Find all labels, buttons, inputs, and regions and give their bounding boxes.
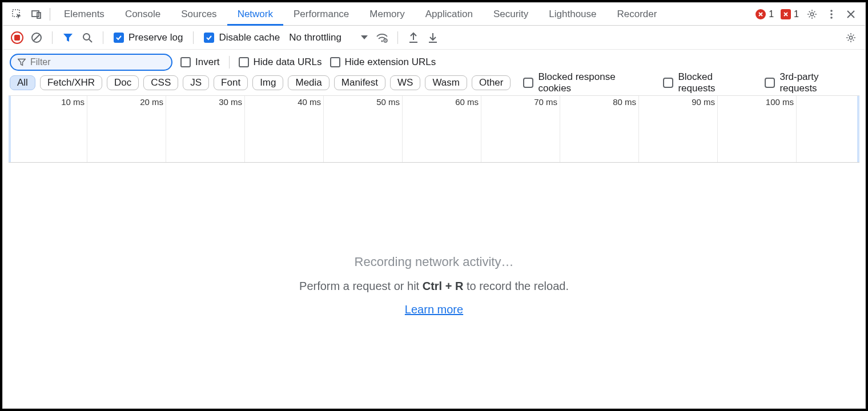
tab-label: Memory [369,9,404,20]
blocked-response-cookies-checkbox[interactable]: Blocked response cookies [523,71,650,94]
device-toolbar-icon[interactable] [27,5,46,24]
checkbox-label: Blocked requests [678,71,752,94]
timeline-tick: 70 ms [534,97,557,107]
svg-point-6 [830,17,833,19]
type-pill-fetch-xhr[interactable]: Fetch/XHR [40,75,102,90]
checkbox-label: Disable cache [219,32,280,43]
network-settings-icon[interactable] [842,29,859,46]
checkbox-label: 3rd-party requests [779,71,858,94]
timeline-tick: 30 ms [219,97,242,107]
tab-label: Recorder [617,9,657,20]
third-party-requests-checkbox[interactable]: 3rd-party requests [765,71,858,94]
dropdown-caret-icon [361,35,368,39]
svg-rect-1 [32,11,39,17]
timeline-tick: 50 ms [376,97,400,107]
tab-label: Performance [294,9,349,20]
network-toolbar: Preserve log Disable cache No throttling [3,26,865,50]
filter-input-wrapper[interactable] [10,54,172,71]
timeline-tick: 60 ms [455,97,479,107]
type-pill-img[interactable]: Img [252,75,283,90]
type-pill-other[interactable]: Other [472,75,511,90]
clear-icon[interactable] [28,29,45,46]
tab-label: Lighthouse [549,9,596,20]
import-har-icon[interactable] [405,29,422,46]
export-har-icon[interactable] [424,29,441,46]
type-pill-font[interactable]: Font [214,75,248,90]
checkbox-label: Preserve log [128,32,183,43]
svg-point-4 [830,10,833,12]
timeline-tick: 100 ms [766,97,794,107]
tab-lighthouse[interactable]: Lighthouse [539,3,606,25]
svg-point-10 [384,39,387,42]
tab-security[interactable]: Security [483,3,539,25]
checkbox-empty-icon [239,57,249,67]
issues-count[interactable]: 1 [781,9,799,19]
type-pill-js[interactable]: JS [183,75,209,90]
empty-hint-pre: Perform a request or hit [299,280,423,292]
learn-more-link[interactable]: Learn more [405,303,463,316]
checkbox-label: Hide extension URLs [345,57,436,68]
tab-label: Network [238,9,273,20]
preserve-log-checkbox[interactable]: Preserve log [114,32,183,43]
hide-data-urls-checkbox[interactable]: Hide data URLs [239,57,322,68]
invert-checkbox[interactable]: Invert [180,57,220,68]
throttling-select[interactable]: No throttling [289,32,368,43]
more-icon[interactable] [822,5,841,24]
settings-icon[interactable] [802,5,822,24]
hide-extension-urls-checkbox[interactable]: Hide extension URLs [330,57,436,68]
empty-heading: Recording network activity… [355,255,514,269]
record-button[interactable] [9,29,26,46]
inspect-element-icon[interactable] [7,5,27,24]
type-pill-ws[interactable]: WS [390,75,420,90]
checkbox-empty-icon [523,78,533,88]
timeline-tick: 90 ms [692,97,715,107]
timeline-grid: 10 ms 20 ms 30 ms 40 ms 50 ms 60 ms 70 m… [9,96,859,162]
tab-performance[interactable]: Performance [283,3,359,25]
type-pill-css[interactable]: CSS [143,75,178,90]
devtools-window: Elements Console Sources Network Perform… [2,2,866,409]
divider [397,31,398,44]
timeline-tick: 20 ms [140,97,163,107]
empty-state: Recording network activity… Perform a re… [3,163,865,408]
filter-input[interactable] [30,57,164,67]
checkbox-empty-icon [180,57,191,67]
funnel-icon [18,58,26,66]
type-pill-manifest[interactable]: Manifest [334,75,385,90]
error-count[interactable]: 1 [756,9,774,19]
empty-hint-post: to record the reload. [463,280,569,292]
divider [52,31,53,44]
checkbox-empty-icon [765,78,775,88]
svg-point-11 [849,36,852,39]
tab-memory[interactable]: Memory [359,3,415,25]
divider [229,56,230,68]
close-icon[interactable] [841,5,861,24]
blocked-requests-checkbox[interactable]: Blocked requests [663,71,752,94]
type-pill-all[interactable]: All [10,75,35,90]
network-conditions-icon[interactable] [373,29,391,46]
checkbox-label: Hide data URLs [254,57,322,68]
search-icon[interactable] [79,29,96,46]
timeline-tick: 80 ms [613,97,636,107]
type-pill-media[interactable]: Media [288,75,329,90]
tab-recorder[interactable]: Recorder [607,3,668,25]
tab-sources[interactable]: Sources [171,3,227,25]
type-pill-wasm[interactable]: Wasm [425,75,467,90]
tab-label: Application [425,9,473,20]
disable-cache-checkbox[interactable]: Disable cache [204,32,280,43]
svg-point-9 [381,40,383,42]
tab-console[interactable]: Console [115,3,171,25]
svg-point-5 [830,13,833,15]
filter-icon[interactable] [59,29,77,46]
tab-label: Sources [181,9,216,20]
error-count-value: 1 [769,9,774,19]
timeline-handle-right[interactable] [857,96,859,162]
error-icon [756,9,766,19]
type-pill-doc[interactable]: Doc [107,75,139,90]
checkbox-empty-icon [663,78,673,88]
timeline-tick: 40 ms [298,97,321,107]
tab-application[interactable]: Application [415,3,483,25]
tab-elements[interactable]: Elements [54,3,115,25]
timeline-overview[interactable]: 10 ms 20 ms 30 ms 40 ms 50 ms 60 ms 70 m… [9,95,859,163]
throttling-value: No throttling [289,32,341,43]
tab-network[interactable]: Network [227,3,283,25]
